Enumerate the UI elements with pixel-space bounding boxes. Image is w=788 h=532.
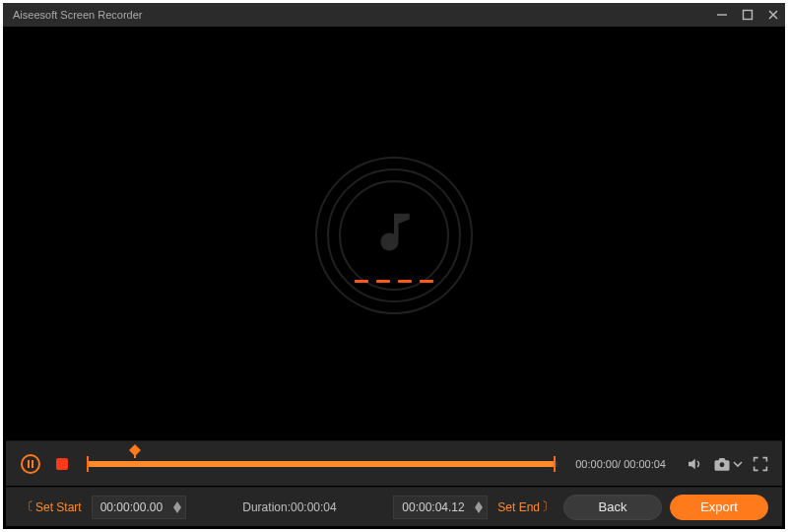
app-window: Aiseesoft Screen Recorder bbox=[0, 0, 788, 532]
back-button[interactable]: Back bbox=[563, 495, 662, 520]
export-button[interactable]: Export bbox=[670, 495, 768, 520]
set-start-label: Set Start bbox=[35, 500, 82, 514]
maximize-button[interactable] bbox=[742, 9, 754, 21]
time-readout: 00:00:00/ 00:00:04 bbox=[575, 458, 666, 470]
preview-area bbox=[6, 30, 782, 440]
snapshot-button[interactable] bbox=[713, 456, 731, 472]
clip-start-handle[interactable] bbox=[87, 456, 89, 472]
transport-bar: 00:00:00/ 00:00:04 bbox=[6, 440, 782, 486]
svg-rect-7 bbox=[56, 458, 68, 470]
fullscreen-button[interactable] bbox=[753, 456, 768, 472]
svg-rect-6 bbox=[32, 460, 33, 468]
total-time: 00:00:04 bbox=[624, 458, 666, 470]
transport-right-controls bbox=[686, 455, 768, 473]
close-button[interactable] bbox=[767, 9, 779, 21]
audio-placeholder bbox=[315, 157, 473, 314]
title-bar: Aiseesoft Screen Recorder bbox=[3, 3, 785, 27]
duration-readout: Duration:00:00:04 bbox=[194, 500, 386, 514]
minimize-button[interactable] bbox=[716, 9, 728, 21]
export-label: Export bbox=[700, 499, 738, 514]
start-time-input[interactable]: 00:00:00.00 bbox=[92, 496, 186, 519]
set-end-button[interactable]: Set End 〕 bbox=[495, 497, 556, 517]
back-label: Back bbox=[599, 499, 627, 514]
start-time-value: 00:00:00.00 bbox=[100, 500, 163, 514]
set-start-button[interactable]: 〔 Set Start bbox=[20, 497, 84, 517]
stop-button[interactable] bbox=[51, 453, 73, 475]
pause-button[interactable] bbox=[20, 453, 41, 475]
volume-button[interactable] bbox=[686, 455, 703, 473]
audio-dashes bbox=[355, 280, 433, 283]
bracket-left-icon: 〔 bbox=[22, 499, 33, 515]
set-end-label: Set End bbox=[497, 500, 540, 514]
duration-value: 00:00:04 bbox=[291, 500, 337, 514]
svg-marker-12 bbox=[173, 507, 181, 513]
timeline[interactable] bbox=[87, 454, 558, 474]
timeline-selection bbox=[87, 461, 556, 467]
window-controls bbox=[716, 9, 779, 21]
svg-point-4 bbox=[22, 455, 39, 473]
end-time-value: 00:00:04.12 bbox=[402, 500, 464, 514]
svg-rect-5 bbox=[28, 460, 30, 468]
svg-marker-14 bbox=[475, 507, 483, 513]
footer-bar: 〔 Set Start 00:00:00.00 Duration:00:00:0… bbox=[6, 487, 782, 526]
playhead[interactable] bbox=[129, 444, 141, 458]
bracket-right-icon: 〕 bbox=[542, 499, 554, 515]
start-time-step-down[interactable] bbox=[173, 507, 181, 513]
end-time-step-down[interactable] bbox=[475, 507, 483, 513]
clip-end-handle[interactable] bbox=[554, 456, 556, 472]
svg-point-10 bbox=[720, 462, 725, 467]
svg-rect-1 bbox=[744, 11, 753, 20]
duration-label: Duration: bbox=[242, 500, 291, 514]
end-time-input[interactable]: 00:00:04.12 bbox=[393, 496, 488, 519]
current-time: 00:00:00 bbox=[575, 458, 618, 470]
snapshot-menu[interactable] bbox=[733, 459, 743, 469]
svg-rect-9 bbox=[134, 454, 136, 458]
timeline-track[interactable] bbox=[87, 461, 558, 467]
app-title: Aiseesoft Screen Recorder bbox=[13, 9, 142, 21]
